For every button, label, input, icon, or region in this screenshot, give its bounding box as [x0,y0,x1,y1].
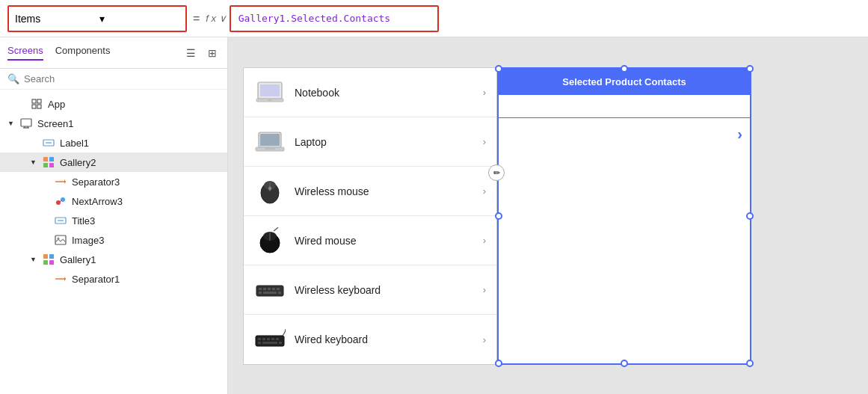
laptop-label: Laptop [295,136,474,148]
resize-handle-bc[interactable] [621,360,628,367]
svg-rect-51 [263,292,277,294]
next-arrow-icon [54,194,67,208]
tree-label-title3: Title3 [72,215,95,227]
tree-item-separator3[interactable]: Separator3 [0,172,227,191]
svg-rect-1 [37,99,41,103]
tree-label-label1: Label1 [60,138,89,149]
items-dropdown[interactable]: Items ▾ [7,5,187,32]
svg-point-17 [61,197,65,202]
svg-rect-11 [49,157,54,161]
tree-label-gallery1: Gallery1 [60,254,96,265]
resize-handle-tr[interactable] [746,65,754,73]
svg-rect-49 [277,288,280,290]
svg-rect-44 [256,286,283,296]
keyboard-image [254,325,286,354]
svg-rect-52 [278,292,281,294]
gallery-item-keyboard[interactable]: Wired keyboard › [244,315,496,364]
selected-panel-title: Selected Product Contacts [562,76,686,87]
screen-icon [19,117,33,130]
expand-icon: ▼ [30,256,37,263]
expand-icon: ▼ [30,158,37,166]
fx-area: f x ∨ Gallery1.Selected.Contacts [206,5,861,32]
tree-item-nextarrow3[interactable]: NextArrow3 [0,191,227,211]
tree-item-gallery2[interactable]: ▼ Gallery2 [0,153,227,172]
separator1-icon [54,272,67,286]
resize-handle-bl[interactable] [495,360,502,367]
tree-item-title3[interactable]: Title3 [0,211,227,230]
svg-rect-12 [43,163,48,167]
gallery-item-wmouse[interactable]: Wireless mouse › [244,167,496,216]
notebook-image [254,79,286,107]
mouse-arrow-icon: › [483,235,486,246]
tree-item-app[interactable]: App [0,94,227,114]
svg-point-32 [268,99,272,101]
tree-item-separator1[interactable]: Separator1 [0,269,227,289]
sidebar-tabs: Screens Components ☰ ⊞ [0,37,227,69]
notebook-arrow-icon: › [483,87,486,98]
svg-rect-50 [259,292,262,294]
items-label: Items [15,13,95,25]
tree-item-screen1[interactable]: ▼ Screen1 [0,114,227,133]
gallery-container: Notebook › Laptop › [243,67,751,365]
gallery-item-wkeyboard[interactable]: Wireless keyboard › [244,265,496,315]
grid-view-icon[interactable]: ⊞ [205,46,220,61]
tree-item-label1[interactable]: Label1 [0,133,227,153]
gallery-icon [42,156,55,169]
gallery-item-mouse[interactable]: Wired mouse › [244,216,496,265]
svg-rect-56 [267,338,270,340]
svg-rect-34 [260,134,280,146]
tree-label-app: App [48,99,65,110]
title-icon [54,214,67,227]
list-view-icon[interactable]: ☰ [183,46,199,61]
formula-box[interactable]: Gallery1.Selected.Contacts [230,5,439,32]
tab-screens[interactable]: Screens [7,45,43,61]
resize-handle-br[interactable] [746,360,754,367]
notebook-label: Notebook [295,87,474,99]
separator-icon [54,175,67,188]
laptop-image [254,128,286,156]
wkeyboard-label: Wireless keyboard [295,284,474,296]
svg-rect-47 [268,288,271,290]
label-icon [42,136,55,150]
svg-rect-3 [37,105,41,108]
keyboard-label: Wired keyboard [295,333,474,345]
search-icon: 🔍 [7,73,19,84]
panel-next-arrow-icon[interactable]: › [737,126,742,143]
svg-rect-48 [272,288,275,290]
tree-item-gallery1[interactable]: ▼ Gallery1 [0,250,227,269]
resize-handle-mr[interactable] [746,212,754,220]
resize-handle-ml[interactable] [495,212,502,220]
wmouse-image [254,177,286,206]
selected-panel: ✏ Selected Product Contacts › [497,67,751,365]
search-input[interactable] [24,73,220,84]
svg-rect-58 [276,338,279,340]
tree-item-image3[interactable]: Image3 [0,230,227,250]
wkeyboard-image [254,276,286,304]
equals-sign: = [193,12,200,25]
svg-rect-55 [262,338,265,340]
svg-rect-36 [265,148,275,150]
svg-rect-10 [43,157,48,161]
tab-components[interactable]: Components [55,45,111,61]
svg-rect-0 [32,99,36,103]
sidebar-icons: ☰ ⊞ [183,46,220,61]
gallery-list: Notebook › Laptop › [243,67,497,365]
svg-rect-60 [262,342,277,344]
svg-rect-21 [55,236,66,244]
tree-label-separator1: Separator1 [72,274,120,285]
expand-icon: ▼ [7,120,15,127]
selected-panel-body: › [499,118,750,363]
tree-label-image3: Image3 [72,235,104,246]
gallery-item-laptop[interactable]: Laptop › [244,117,496,167]
wmouse-arrow-icon: › [483,185,486,197]
edit-handle[interactable]: ✏ [488,164,505,181]
resize-handle-tl[interactable] [495,65,502,73]
image-icon [54,233,67,247]
svg-point-16 [56,200,61,205]
svg-rect-45 [259,288,262,290]
keyboard-arrow-icon: › [483,334,486,345]
resize-handle-tc[interactable] [621,65,628,73]
gallery-item-notebook[interactable]: Notebook › [244,68,496,117]
search-box: 🔍 [0,69,227,90]
wmouse-label: Wireless mouse [295,185,474,197]
